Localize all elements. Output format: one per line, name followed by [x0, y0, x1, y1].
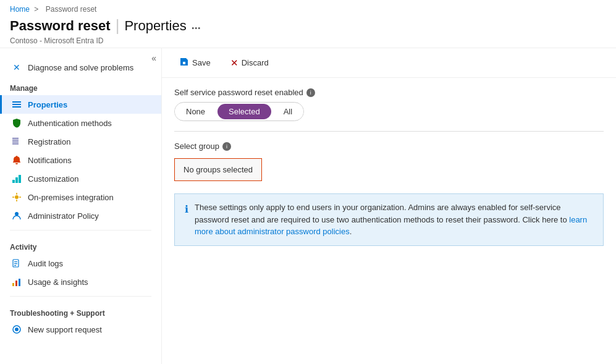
sidebar: « ✕ Diagnose and solve problems Manage P…	[0, 48, 162, 364]
sidebar-item-properties[interactable]: Properties	[0, 95, 161, 114]
sidebar-item-onpremises[interactable]: On-premises integration	[0, 188, 161, 206]
customization-icon	[12, 174, 22, 184]
save-button[interactable]: Save	[174, 54, 216, 71]
top-bar: Home > Password reset Password reset | P…	[0, 0, 616, 48]
svg-rect-5	[12, 142, 19, 143]
org-label: Contoso - Microsoft Entra ID	[10, 36, 606, 45]
registration-label: Registration	[28, 137, 70, 146]
collapse-button[interactable]: «	[151, 53, 156, 63]
svg-rect-15	[14, 265, 16, 266]
discard-label: Discard	[242, 58, 269, 67]
svg-rect-17	[15, 281, 17, 286]
info-box-icon: ℹ	[185, 202, 188, 217]
discard-button[interactable]: ✕ Discard	[226, 55, 274, 71]
new-support-label: New support request	[28, 325, 102, 334]
svg-rect-4	[12, 140, 19, 141]
admin-icon	[12, 211, 22, 221]
title-separator: |	[116, 16, 120, 35]
svg-rect-14	[14, 263, 17, 264]
properties-label: Properties	[28, 100, 67, 109]
toggle-all[interactable]: All	[272, 104, 303, 119]
svg-rect-18	[19, 279, 20, 286]
sidebar-item-notifications[interactable]: Notifications	[0, 151, 161, 169]
svg-rect-8	[15, 177, 18, 183]
audit-icon	[12, 258, 22, 268]
save-icon	[179, 57, 189, 69]
breadcrumb-home[interactable]: Home	[10, 5, 30, 14]
svg-rect-16	[12, 283, 14, 286]
svg-rect-7	[12, 180, 15, 183]
auth-methods-label: Authentication methods	[28, 119, 112, 128]
sspr-label: Self service password reset enabled i	[174, 88, 604, 97]
sspr-enabled-row: Self service password reset enabled i No…	[174, 88, 604, 121]
select-group-label: Select group i	[174, 142, 604, 151]
toggle-group: None Selected All	[174, 102, 304, 121]
bell-icon	[12, 155, 22, 165]
more-options-icon[interactable]: ...	[192, 19, 201, 32]
no-groups-box: No groups selected	[174, 158, 262, 181]
select-group-info-icon[interactable]: i	[222, 142, 231, 151]
section-divider	[174, 131, 604, 132]
sidebar-item-audit-logs[interactable]: Audit logs	[0, 254, 161, 273]
support-icon	[12, 324, 22, 334]
insights-icon	[12, 277, 22, 287]
discard-icon: ✕	[230, 57, 238, 69]
page-subtitle: Properties	[124, 18, 186, 34]
breadcrumb: Home > Password reset	[10, 5, 606, 14]
shield-icon	[12, 118, 22, 128]
content-body: Self service password reset enabled i No…	[162, 78, 616, 256]
admin-policy-link[interactable]: learn more about administrator password …	[195, 215, 587, 237]
page-title-main: Password reset	[10, 18, 111, 34]
page-title-row: Password reset | Properties ...	[10, 16, 606, 35]
content-area: Save ✕ Discard Self service password res…	[162, 48, 616, 364]
sidebar-item-auth-methods[interactable]: Authentication methods	[0, 114, 161, 132]
svg-rect-3	[12, 138, 19, 139]
sidebar-item-diagnose[interactable]: ✕ Diagnose and solve problems	[0, 58, 161, 77]
svg-point-19	[15, 328, 19, 331]
usage-insights-label: Usage & insights	[28, 277, 88, 287]
audit-logs-label: Audit logs	[28, 259, 63, 268]
customization-label: Customization	[28, 174, 78, 184]
toggle-none[interactable]: None	[175, 104, 216, 119]
properties-icon	[12, 99, 22, 109]
sspr-info-icon[interactable]: i	[306, 88, 315, 97]
wrench-icon: ✕	[12, 62, 22, 72]
info-box-text: These settings only apply to end users i…	[195, 201, 593, 238]
svg-rect-1	[12, 104, 21, 105]
activity-section-label: Activity	[0, 235, 161, 254]
select-group-row: Select group i No groups selected	[174, 142, 604, 181]
toolbar: Save ✕ Discard	[162, 48, 616, 78]
breadcrumb-separator: >	[34, 5, 38, 14]
svg-rect-9	[19, 175, 21, 183]
troubleshooting-section-label: Troubleshooting + Support	[0, 302, 161, 320]
sidebar-item-customization[interactable]: Customization	[0, 169, 161, 188]
onpremises-label: On-premises integration	[28, 193, 114, 202]
save-label: Save	[192, 58, 211, 67]
toggle-selected[interactable]: Selected	[217, 104, 271, 119]
sidebar-item-new-support[interactable]: New support request	[0, 320, 161, 339]
sidebar-item-usage-insights[interactable]: Usage & insights	[0, 273, 161, 291]
info-box: ℹ These settings only apply to end users…	[174, 193, 604, 246]
admin-policy-label: Administrator Policy	[28, 211, 99, 221]
sidebar-divider-2	[10, 296, 151, 297]
svg-rect-0	[12, 101, 21, 103]
manage-section-label: Manage	[0, 77, 161, 95]
no-groups-text: No groups selected	[184, 165, 253, 174]
registration-icon	[12, 137, 22, 146]
svg-rect-2	[12, 106, 21, 108]
svg-point-11	[15, 212, 19, 216]
sidebar-divider-1	[10, 230, 151, 231]
svg-rect-13	[14, 261, 17, 262]
svg-rect-6	[12, 143, 19, 145]
breadcrumb-current: Password reset	[46, 5, 97, 14]
notifications-label: Notifications	[28, 156, 72, 165]
sidebar-item-registration[interactable]: Registration	[0, 132, 161, 151]
integration-icon	[12, 192, 22, 202]
diagnose-label: Diagnose and solve problems	[28, 63, 133, 72]
main-layout: « ✕ Diagnose and solve problems Manage P…	[0, 48, 616, 364]
svg-point-10	[15, 195, 19, 199]
sidebar-item-admin-policy[interactable]: Administrator Policy	[0, 206, 161, 225]
